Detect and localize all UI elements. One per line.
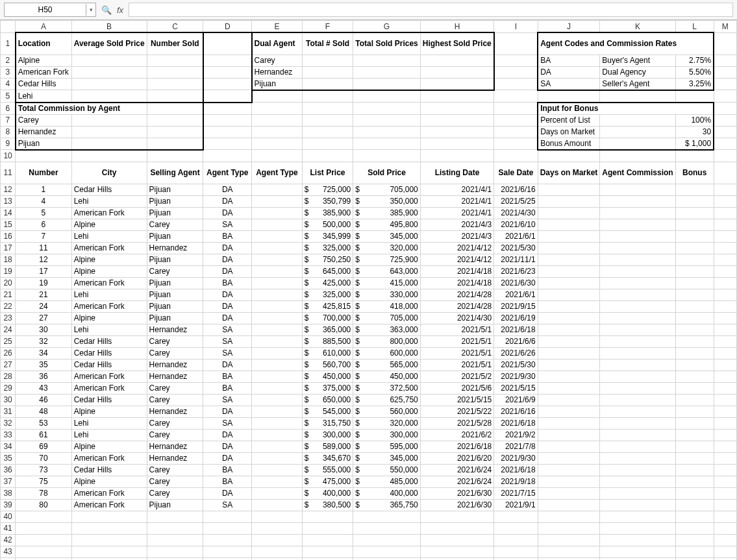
cell[interactable] [353,66,420,78]
cell[interactable] [600,242,675,254]
cell[interactable] [16,557,71,560]
cell[interactable] [252,265,303,277]
cell[interactable] [147,534,203,546]
row-header-19[interactable]: 19 [1,265,16,277]
cell[interactable] [600,230,675,242]
cell[interactable] [147,78,203,90]
cell[interactable] [600,324,675,335]
cell[interactable] [675,289,714,300]
cell[interactable] [420,546,494,557]
cell[interactable] [538,207,600,219]
col-header-G[interactable]: G [353,21,420,33]
cell[interactable] [675,487,714,499]
cell[interactable] [714,487,736,499]
cell[interactable] [538,230,600,242]
cell[interactable] [71,546,147,557]
row-header-11[interactable]: 11 [1,162,16,184]
cell[interactable] [714,511,736,522]
cell[interactable] [71,66,147,78]
cell[interactable] [147,126,203,138]
cell[interactable] [302,114,353,126]
col-header-A[interactable]: A [16,21,71,33]
cell[interactable] [675,441,714,452]
row-header-43[interactable]: 43 [1,546,16,557]
cell[interactable] [714,371,736,382]
cell[interactable] [147,522,203,534]
cell[interactable] [600,476,675,487]
cell[interactable] [714,184,736,195]
spreadsheet-grid[interactable]: ABCDEFGHIJKLM1LocationAverage Sold Price… [0,20,737,560]
col-header-E[interactable]: E [252,21,303,33]
cell[interactable] [252,114,303,126]
cell[interactable] [252,429,303,441]
cell[interactable] [302,557,353,560]
row-header-14[interactable]: 14 [1,207,16,219]
cell[interactable] [252,103,303,115]
cell[interactable] [675,265,714,277]
cell[interactable] [538,452,600,464]
cell[interactable] [675,184,714,195]
cell[interactable] [714,126,736,138]
cell[interactable] [675,511,714,522]
cell[interactable] [252,417,303,429]
cell[interactable] [252,487,303,499]
cell[interactable] [353,534,420,546]
row-header-27[interactable]: 27 [1,359,16,371]
cell[interactable] [302,150,353,162]
cell[interactable] [420,78,494,90]
cell[interactable] [71,522,147,534]
cell[interactable] [252,499,303,511]
cell[interactable] [494,32,538,55]
cell[interactable] [147,150,203,162]
cell[interactable] [675,300,714,312]
cell[interactable] [302,78,353,90]
row-header-2[interactable]: 2 [1,55,16,66]
cell[interactable] [600,207,675,219]
cell[interactable] [714,90,736,103]
cell[interactable] [538,441,600,452]
cell[interactable] [252,300,303,312]
col-header-I[interactable]: I [494,21,538,33]
row-header-31[interactable]: 31 [1,406,16,417]
cell[interactable] [71,126,147,138]
col-header-K[interactable]: K [600,21,675,33]
cell[interactable] [600,522,675,534]
cell[interactable] [600,114,675,126]
cell[interactable] [494,534,538,546]
cell[interactable] [714,32,736,55]
cell[interactable] [71,557,147,560]
cell[interactable] [538,476,600,487]
cell[interactable] [252,289,303,300]
cell[interactable] [494,557,538,560]
cell[interactable] [252,406,303,417]
cell[interactable] [714,254,736,265]
name-box[interactable]: H50 ▾ [4,3,96,17]
cell[interactable] [714,219,736,230]
row-header-15[interactable]: 15 [1,219,16,230]
row-header-1[interactable]: 1 [1,32,16,55]
cell[interactable] [675,534,714,546]
cell[interactable] [538,557,600,560]
cell[interactable] [494,78,538,90]
cell[interactable] [420,66,494,78]
row-header-3[interactable]: 3 [1,66,16,78]
cell[interactable] [353,511,420,522]
cell[interactable] [600,382,675,394]
cell[interactable] [494,522,538,534]
cell[interactable] [147,55,203,66]
cell[interactable] [538,394,600,406]
cell[interactable] [714,452,736,464]
cell[interactable] [252,312,303,324]
cell[interactable] [538,150,600,162]
cell[interactable] [252,126,303,138]
cell[interactable] [675,254,714,265]
cell[interactable] [16,522,71,534]
cell[interactable] [252,382,303,394]
col-header-J[interactable]: J [538,21,600,33]
cell[interactable] [420,534,494,546]
cell[interactable] [600,126,675,138]
cell[interactable] [714,207,736,219]
cell[interactable] [302,546,353,557]
cell[interactable] [600,138,675,150]
cell[interactable] [675,452,714,464]
